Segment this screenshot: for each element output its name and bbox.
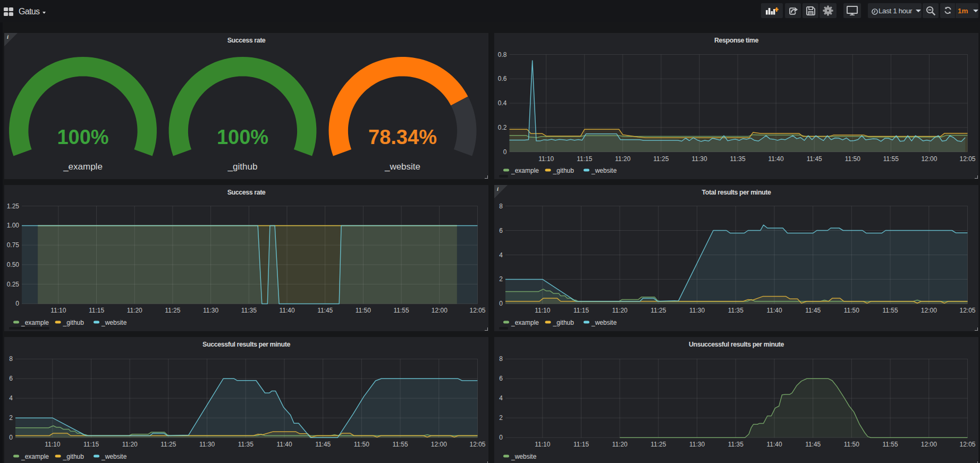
svg-text:6: 6 xyxy=(499,227,503,234)
svg-text:_github: _github xyxy=(63,453,85,460)
svg-text:11:15: 11:15 xyxy=(89,307,104,314)
svg-text:11:50: 11:50 xyxy=(844,441,859,448)
svg-text:11:10: 11:10 xyxy=(50,307,66,314)
svg-text:4: 4 xyxy=(499,394,503,402)
svg-text:0.4: 0.4 xyxy=(498,99,507,107)
svg-text:11:40: 11:40 xyxy=(766,441,782,448)
svg-text:_github: _github xyxy=(227,162,258,172)
svg-text:11:45: 11:45 xyxy=(317,307,333,314)
svg-text:0.75: 0.75 xyxy=(7,241,20,249)
svg-text:11:50: 11:50 xyxy=(356,307,371,314)
svg-text:11:20: 11:20 xyxy=(122,441,138,448)
svg-text:11:35: 11:35 xyxy=(728,307,744,314)
svg-text:12:00: 12:00 xyxy=(432,307,447,314)
svg-text:_github: _github xyxy=(553,319,575,326)
svg-text:4: 4 xyxy=(499,251,503,259)
svg-text:4: 4 xyxy=(9,394,13,402)
svg-text:8: 8 xyxy=(9,355,13,363)
svg-text:11:25: 11:25 xyxy=(650,307,666,314)
svg-text:12:00: 12:00 xyxy=(431,441,447,448)
svg-text:11:30: 11:30 xyxy=(203,307,218,314)
svg-text:2: 2 xyxy=(499,275,503,283)
svg-text:_example: _example xyxy=(511,319,539,326)
svg-text:8: 8 xyxy=(499,355,503,363)
svg-text:11:20: 11:20 xyxy=(127,307,142,314)
svg-text:0: 0 xyxy=(499,300,503,307)
svg-text:11:25: 11:25 xyxy=(653,155,669,163)
svg-text:6: 6 xyxy=(499,375,503,382)
svg-text:11:10: 11:10 xyxy=(535,441,550,448)
svg-text:11:10: 11:10 xyxy=(45,441,60,448)
svg-text:11:40: 11:40 xyxy=(768,155,784,163)
svg-text:_website: _website xyxy=(101,453,127,460)
svg-text:_example: _example xyxy=(511,167,539,174)
svg-text:11:30: 11:30 xyxy=(691,155,707,163)
svg-text:11:40: 11:40 xyxy=(276,441,292,448)
svg-text:12:05: 12:05 xyxy=(959,307,975,314)
svg-text:6: 6 xyxy=(9,375,13,382)
svg-text:11:45: 11:45 xyxy=(805,307,821,314)
svg-text:12:05: 12:05 xyxy=(469,441,485,448)
svg-text:2: 2 xyxy=(9,414,13,422)
svg-text:11:30: 11:30 xyxy=(689,441,705,448)
svg-text:_website: _website xyxy=(591,167,617,174)
svg-text:11:35: 11:35 xyxy=(730,155,746,163)
svg-text:11:15: 11:15 xyxy=(573,441,589,448)
svg-text:2: 2 xyxy=(499,414,503,422)
svg-text:_website: _website xyxy=(101,319,127,326)
svg-text:11:55: 11:55 xyxy=(393,441,408,448)
svg-text:0: 0 xyxy=(15,300,19,307)
svg-text:11:55: 11:55 xyxy=(883,307,898,314)
svg-text:0.2: 0.2 xyxy=(498,124,507,131)
svg-text:11:15: 11:15 xyxy=(573,307,589,314)
svg-text:11:30: 11:30 xyxy=(199,441,215,448)
svg-text:11:35: 11:35 xyxy=(728,441,744,448)
svg-text:11:20: 11:20 xyxy=(615,155,630,163)
svg-text:12:05: 12:05 xyxy=(959,441,975,448)
svg-text:12:00: 12:00 xyxy=(921,307,937,314)
svg-text:12:00: 12:00 xyxy=(921,155,937,163)
svg-text:0: 0 xyxy=(503,148,507,156)
svg-text:11:30: 11:30 xyxy=(689,307,705,314)
svg-text:11:50: 11:50 xyxy=(354,441,369,448)
svg-text:0: 0 xyxy=(9,434,13,441)
svg-text:78.34%: 78.34% xyxy=(368,126,437,148)
svg-text:_example: _example xyxy=(63,162,103,172)
svg-text:11:25: 11:25 xyxy=(165,307,180,314)
svg-text:11:35: 11:35 xyxy=(241,307,257,314)
svg-text:0.8: 0.8 xyxy=(498,51,507,58)
svg-text:11:25: 11:25 xyxy=(650,441,666,448)
svg-text:11:55: 11:55 xyxy=(883,155,899,163)
svg-text:_github: _github xyxy=(63,319,85,326)
svg-text:1.25: 1.25 xyxy=(7,203,20,210)
svg-text:11:50: 11:50 xyxy=(845,155,860,163)
svg-text:0.50: 0.50 xyxy=(7,261,20,268)
svg-text:11:40: 11:40 xyxy=(766,307,782,314)
svg-text:100%: 100% xyxy=(57,126,108,148)
svg-text:11:15: 11:15 xyxy=(83,441,99,448)
svg-text:11:20: 11:20 xyxy=(612,441,628,448)
svg-text:_website: _website xyxy=(591,319,617,326)
svg-text:_website: _website xyxy=(384,162,420,172)
svg-text:12:00: 12:00 xyxy=(921,441,937,448)
svg-text:100%: 100% xyxy=(217,126,268,148)
svg-text:11:45: 11:45 xyxy=(807,155,822,163)
svg-text:11:55: 11:55 xyxy=(883,441,898,448)
svg-text:0.6: 0.6 xyxy=(498,75,507,82)
svg-text:1.00: 1.00 xyxy=(7,222,20,229)
svg-text:11:45: 11:45 xyxy=(315,441,331,448)
svg-text:11:45: 11:45 xyxy=(805,441,821,448)
svg-text:0: 0 xyxy=(499,434,503,441)
svg-text:_example: _example xyxy=(21,453,49,460)
svg-text:8: 8 xyxy=(499,203,503,210)
svg-text:_website: _website xyxy=(511,453,537,460)
svg-text:11:40: 11:40 xyxy=(279,307,294,314)
svg-text:11:55: 11:55 xyxy=(394,307,409,314)
svg-text:_github: _github xyxy=(553,167,575,174)
svg-text:11:10: 11:10 xyxy=(535,307,550,314)
svg-text:11:50: 11:50 xyxy=(844,307,859,314)
svg-text:11:20: 11:20 xyxy=(612,307,628,314)
svg-text:0.25: 0.25 xyxy=(7,281,20,288)
svg-text:12:05: 12:05 xyxy=(959,155,975,163)
svg-text:11:10: 11:10 xyxy=(538,155,554,163)
